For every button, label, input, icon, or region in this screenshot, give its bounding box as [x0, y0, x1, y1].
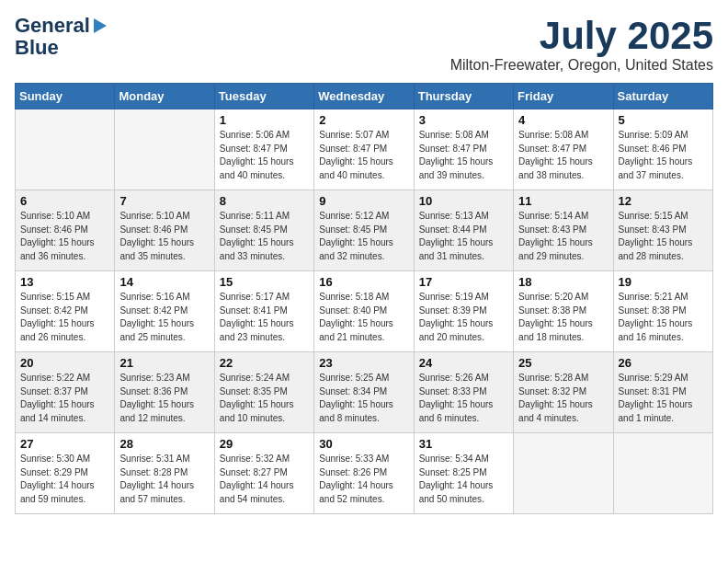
page-header: General Blue July 2025 Milton-Freewater,… [15, 15, 713, 74]
day-detail: Sunrise: 5:22 AM Sunset: 8:37 PM Dayligh… [20, 372, 109, 425]
day-detail: Sunrise: 5:31 AM Sunset: 8:28 PM Dayligh… [119, 453, 209, 506]
day-number: 20 [20, 356, 109, 370]
calendar-cell: 26Sunrise: 5:29 AM Sunset: 8:31 PM Dayli… [613, 352, 712, 433]
calendar-cell: 30Sunrise: 5:33 AM Sunset: 8:26 PM Dayli… [314, 433, 414, 514]
calendar-cell [514, 433, 613, 514]
day-detail: Sunrise: 5:34 AM Sunset: 8:25 PM Dayligh… [419, 453, 508, 506]
day-number: 15 [220, 275, 309, 289]
calendar-cell [16, 109, 115, 190]
day-number: 7 [119, 194, 209, 208]
day-number: 18 [518, 275, 608, 289]
calendar-week-row: 1Sunrise: 5:06 AM Sunset: 8:47 PM Daylig… [16, 109, 713, 190]
day-number: 4 [518, 113, 608, 127]
calendar-cell: 17Sunrise: 5:19 AM Sunset: 8:39 PM Dayli… [414, 271, 513, 352]
day-number: 22 [220, 356, 309, 370]
day-number: 30 [319, 437, 408, 451]
calendar-cell: 20Sunrise: 5:22 AM Sunset: 8:37 PM Dayli… [16, 352, 115, 433]
calendar-cell: 27Sunrise: 5:30 AM Sunset: 8:29 PM Dayli… [16, 433, 115, 514]
calendar-cell: 1Sunrise: 5:06 AM Sunset: 8:47 PM Daylig… [214, 109, 313, 190]
day-detail: Sunrise: 5:07 AM Sunset: 8:47 PM Dayligh… [319, 129, 408, 182]
day-number: 5 [619, 113, 708, 127]
calendar-cell: 22Sunrise: 5:24 AM Sunset: 8:35 PM Dayli… [214, 352, 313, 433]
calendar-cell: 28Sunrise: 5:31 AM Sunset: 8:28 PM Dayli… [115, 433, 214, 514]
calendar-cell: 3Sunrise: 5:08 AM Sunset: 8:47 PM Daylig… [414, 109, 513, 190]
day-detail: Sunrise: 5:15 AM Sunset: 8:43 PM Dayligh… [619, 210, 708, 263]
day-detail: Sunrise: 5:28 AM Sunset: 8:32 PM Dayligh… [518, 372, 608, 425]
day-detail: Sunrise: 5:30 AM Sunset: 8:29 PM Dayligh… [20, 453, 109, 506]
day-detail: Sunrise: 5:10 AM Sunset: 8:46 PM Dayligh… [20, 210, 109, 263]
calendar-week-row: 20Sunrise: 5:22 AM Sunset: 8:37 PM Dayli… [16, 352, 713, 433]
calendar-cell: 6Sunrise: 5:10 AM Sunset: 8:46 PM Daylig… [16, 190, 115, 271]
day-detail: Sunrise: 5:10 AM Sunset: 8:46 PM Dayligh… [119, 210, 209, 263]
day-number: 17 [419, 275, 508, 289]
calendar-cell: 21Sunrise: 5:23 AM Sunset: 8:36 PM Dayli… [115, 352, 214, 433]
day-number: 11 [518, 194, 608, 208]
weekday-header: Sunday [16, 84, 115, 109]
day-detail: Sunrise: 5:11 AM Sunset: 8:45 PM Dayligh… [220, 210, 309, 263]
day-detail: Sunrise: 5:08 AM Sunset: 8:47 PM Dayligh… [419, 129, 508, 182]
day-detail: Sunrise: 5:15 AM Sunset: 8:42 PM Dayligh… [20, 291, 109, 344]
day-detail: Sunrise: 5:29 AM Sunset: 8:31 PM Dayligh… [619, 372, 708, 425]
day-number: 1 [220, 113, 309, 127]
day-number: 26 [619, 356, 708, 370]
logo: General Blue [15, 15, 107, 59]
day-detail: Sunrise: 5:06 AM Sunset: 8:47 PM Dayligh… [220, 129, 309, 182]
logo-blue: Blue [15, 37, 59, 59]
day-detail: Sunrise: 5:24 AM Sunset: 8:35 PM Dayligh… [220, 372, 309, 425]
calendar-cell: 9Sunrise: 5:12 AM Sunset: 8:45 PM Daylig… [314, 190, 414, 271]
day-detail: Sunrise: 5:13 AM Sunset: 8:44 PM Dayligh… [419, 210, 508, 263]
calendar-cell: 15Sunrise: 5:17 AM Sunset: 8:41 PM Dayli… [214, 271, 313, 352]
calendar-cell: 2Sunrise: 5:07 AM Sunset: 8:47 PM Daylig… [314, 109, 414, 190]
calendar-cell: 29Sunrise: 5:32 AM Sunset: 8:27 PM Dayli… [214, 433, 313, 514]
month-title: July 2025 [450, 15, 713, 57]
location-label: Milton-Freewater, Oregon, United States [450, 57, 713, 74]
day-number: 9 [319, 194, 408, 208]
day-number: 16 [319, 275, 408, 289]
calendar-week-row: 13Sunrise: 5:15 AM Sunset: 8:42 PM Dayli… [16, 271, 713, 352]
calendar-cell: 23Sunrise: 5:25 AM Sunset: 8:34 PM Dayli… [314, 352, 414, 433]
day-detail: Sunrise: 5:09 AM Sunset: 8:46 PM Dayligh… [619, 129, 708, 182]
day-number: 25 [518, 356, 608, 370]
day-number: 19 [619, 275, 708, 289]
calendar-cell: 14Sunrise: 5:16 AM Sunset: 8:42 PM Dayli… [115, 271, 214, 352]
day-number: 28 [119, 437, 209, 451]
day-detail: Sunrise: 5:14 AM Sunset: 8:43 PM Dayligh… [518, 210, 608, 263]
calendar-cell: 13Sunrise: 5:15 AM Sunset: 8:42 PM Dayli… [16, 271, 115, 352]
calendar-cell: 12Sunrise: 5:15 AM Sunset: 8:43 PM Dayli… [613, 190, 712, 271]
day-detail: Sunrise: 5:33 AM Sunset: 8:26 PM Dayligh… [319, 453, 408, 506]
day-number: 24 [419, 356, 508, 370]
day-number: 3 [419, 113, 508, 127]
calendar-week-row: 27Sunrise: 5:30 AM Sunset: 8:29 PM Dayli… [16, 433, 713, 514]
day-number: 8 [220, 194, 309, 208]
logo-arrow-icon [94, 18, 107, 33]
day-number: 27 [20, 437, 109, 451]
calendar-cell: 16Sunrise: 5:18 AM Sunset: 8:40 PM Dayli… [314, 271, 414, 352]
logo-general: General [15, 15, 90, 37]
day-number: 23 [319, 356, 408, 370]
calendar-cell: 18Sunrise: 5:20 AM Sunset: 8:38 PM Dayli… [514, 271, 613, 352]
calendar-cell: 24Sunrise: 5:26 AM Sunset: 8:33 PM Dayli… [414, 352, 513, 433]
day-number: 31 [419, 437, 508, 451]
day-number: 21 [119, 356, 209, 370]
weekday-header: Tuesday [214, 84, 313, 109]
calendar-cell: 19Sunrise: 5:21 AM Sunset: 8:38 PM Dayli… [613, 271, 712, 352]
day-detail: Sunrise: 5:32 AM Sunset: 8:27 PM Dayligh… [220, 453, 309, 506]
day-detail: Sunrise: 5:25 AM Sunset: 8:34 PM Dayligh… [319, 372, 408, 425]
day-detail: Sunrise: 5:20 AM Sunset: 8:38 PM Dayligh… [518, 291, 608, 344]
day-detail: Sunrise: 5:12 AM Sunset: 8:45 PM Dayligh… [319, 210, 408, 263]
weekday-header: Thursday [414, 84, 513, 109]
day-detail: Sunrise: 5:21 AM Sunset: 8:38 PM Dayligh… [619, 291, 708, 344]
day-detail: Sunrise: 5:16 AM Sunset: 8:42 PM Dayligh… [119, 291, 209, 344]
calendar-cell: 7Sunrise: 5:10 AM Sunset: 8:46 PM Daylig… [115, 190, 214, 271]
calendar-cell: 5Sunrise: 5:09 AM Sunset: 8:46 PM Daylig… [613, 109, 712, 190]
calendar-cell: 31Sunrise: 5:34 AM Sunset: 8:25 PM Dayli… [414, 433, 513, 514]
calendar-cell: 11Sunrise: 5:14 AM Sunset: 8:43 PM Dayli… [514, 190, 613, 271]
calendar-cell: 25Sunrise: 5:28 AM Sunset: 8:32 PM Dayli… [514, 352, 613, 433]
day-number: 6 [20, 194, 109, 208]
weekday-header-row: SundayMondayTuesdayWednesdayThursdayFrid… [16, 84, 713, 109]
day-number: 29 [220, 437, 309, 451]
title-block: July 2025 Milton-Freewater, Oregon, Unit… [450, 15, 713, 74]
day-detail: Sunrise: 5:17 AM Sunset: 8:41 PM Dayligh… [220, 291, 309, 344]
calendar-week-row: 6Sunrise: 5:10 AM Sunset: 8:46 PM Daylig… [16, 190, 713, 271]
day-number: 2 [319, 113, 408, 127]
